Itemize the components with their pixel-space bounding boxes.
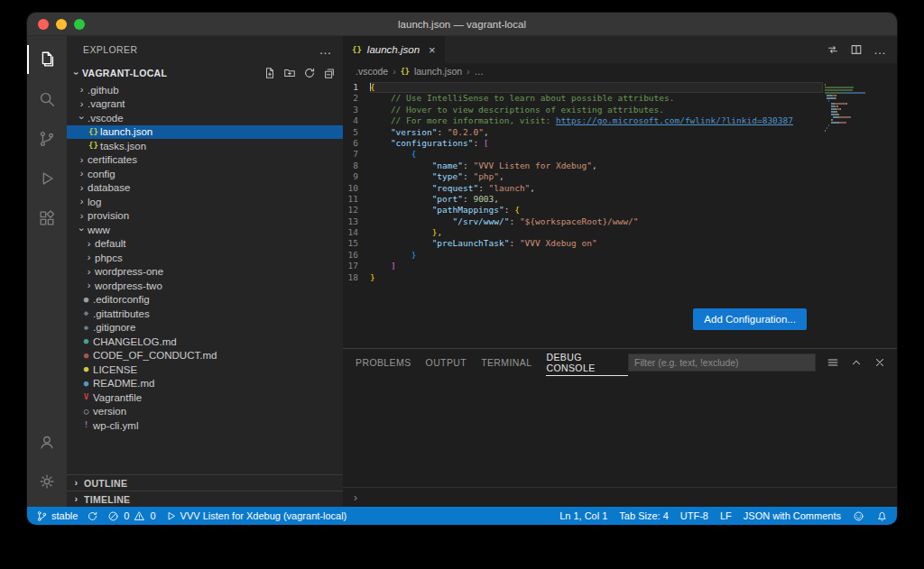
- breadcrumb-more[interactable]: …: [475, 66, 485, 77]
- conduct-file-icon: ●: [79, 351, 93, 361]
- tree-file-launch.json[interactable]: {}launch.json: [67, 125, 343, 140]
- code-line[interactable]: 13 "/srv/www/": "${workspaceRoot}/www/": [343, 216, 823, 227]
- tree-file-CODE_OF_CONDUCT.md[interactable]: ●CODE_OF_CONDUCT.md: [67, 349, 343, 363]
- tree-folder-wordpress-one[interactable]: ›wordpress-one: [67, 265, 343, 280]
- debug-filter-input[interactable]: [628, 353, 816, 372]
- line-number: 14: [343, 227, 370, 238]
- tree-folder-.vscode[interactable]: ›.vscode: [67, 111, 343, 125]
- code-line[interactable]: 5 "version": "0.2.0",: [343, 127, 823, 138]
- git-branch-status[interactable]: stable: [36, 510, 78, 522]
- code-line[interactable]: 14 },: [343, 227, 823, 238]
- refresh-icon[interactable]: [303, 67, 316, 79]
- code-line[interactable]: 3 // Hover to view descriptions of exist…: [343, 105, 823, 115]
- workspace-section-header[interactable]: › VAGRANT-LOCAL: [67, 63, 343, 83]
- tab-size-status[interactable]: Tab Size: 4: [619, 510, 668, 521]
- notifications-bell-icon[interactable]: [876, 510, 888, 522]
- tab-launch-json[interactable]: {} launch.json ×: [343, 36, 446, 63]
- cursor-position-status[interactable]: Ln 1, Col 1: [559, 510, 607, 521]
- code-line[interactable]: 12 "pathMappings": {: [343, 205, 823, 216]
- code-line[interactable]: 15 "preLaunchTask": "VVV Xdebug on": [343, 238, 823, 249]
- zoom-window-button[interactable]: [74, 19, 85, 30]
- tree-folder-certificates[interactable]: ›certificates: [67, 153, 343, 168]
- panel-menu-icon[interactable]: [827, 356, 839, 369]
- panel-close-icon[interactable]: [873, 356, 886, 369]
- breadcrumb-file[interactable]: launch.json: [414, 66, 462, 77]
- add-configuration-button[interactable]: Add Configuration...: [693, 308, 807, 330]
- activity-run-debug-button[interactable]: [27, 159, 67, 198]
- new-folder-icon[interactable]: [283, 67, 296, 79]
- debug-console-input[interactable]: ›: [343, 487, 897, 507]
- debug-launch-status[interactable]: VVV Listen for Xdebug (vagrant-local): [165, 510, 347, 522]
- panel-tab-problems[interactable]: PROBLEMS: [356, 349, 411, 376]
- panel-tab-output[interactable]: OUTPUT: [426, 349, 467, 376]
- code-editor[interactable]: 1{2 // Use IntelliSense to learn about p…: [343, 79, 897, 348]
- code-line[interactable]: 4 // For more information, visit: https:…: [343, 115, 823, 126]
- panel-tab-debug-console[interactable]: DEBUG CONSOLE: [546, 349, 628, 376]
- sync-status[interactable]: [87, 510, 98, 522]
- outline-section[interactable]: › OUTLINE: [67, 474, 343, 491]
- tree-file-wp-cli.yml[interactable]: !wp-cli.yml: [67, 418, 343, 433]
- tree-file-Vagrantfile[interactable]: VVagrantfile: [67, 390, 343, 405]
- code-line[interactable]: 1{: [343, 82, 823, 93]
- tree-folder-www[interactable]: ›www: [67, 223, 343, 237]
- tree-file-tasks.json[interactable]: {}tasks.json: [67, 139, 343, 153]
- tree-file-.editorconfig[interactable]: ●.editorconfig: [67, 293, 343, 307]
- tree-file-version[interactable]: ○version: [67, 405, 343, 419]
- tree-file-CHANGELOG.md[interactable]: ●CHANGELOG.md: [67, 335, 343, 349]
- source-control-icon: [37, 129, 57, 149]
- split-editor-icon[interactable]: [850, 43, 863, 56]
- tree-folder-log[interactable]: ›log: [67, 195, 343, 209]
- timeline-section[interactable]: › TIMELINE: [67, 491, 343, 507]
- tree-folder-.github[interactable]: ›.github: [67, 83, 343, 97]
- code-line[interactable]: 11 "port": 9003,: [343, 194, 823, 205]
- tree-folder-wordpress-two[interactable]: ›wordpress-two: [67, 279, 343, 293]
- tree-file-.gitignore[interactable]: ◆.gitignore: [67, 321, 343, 335]
- code-line[interactable]: 9 "type": "php",: [343, 171, 823, 182]
- tree-folder-database[interactable]: ›database: [67, 181, 343, 196]
- code-line[interactable]: 18}: [343, 272, 823, 283]
- tree-folder-provision[interactable]: ›provision: [67, 209, 343, 224]
- activity-extensions-button[interactable]: [27, 198, 67, 238]
- code-line[interactable]: 2 // Use IntelliSense to learn about pos…: [343, 93, 823, 104]
- new-file-icon[interactable]: [263, 67, 276, 79]
- line-number: 7: [343, 149, 370, 160]
- close-window-button[interactable]: [38, 19, 49, 30]
- tree-folder-phpcs[interactable]: ›phpcs: [67, 251, 343, 265]
- activity-explorer-button[interactable]: [27, 40, 67, 79]
- tree-file-README.md[interactable]: ●README.md: [67, 377, 343, 391]
- eol-status[interactable]: LF: [720, 510, 732, 521]
- chevron-right-icon: ›: [83, 239, 95, 249]
- settings-button[interactable]: [27, 462, 67, 501]
- language-mode-status[interactable]: JSON with Comments: [744, 510, 841, 521]
- tree-file-.gitattributes[interactable]: ◆.gitattributes: [67, 307, 343, 321]
- panel-maximize-icon[interactable]: [850, 356, 863, 369]
- line-content: "port": 9003,: [370, 194, 823, 205]
- accounts-button[interactable]: [27, 422, 67, 462]
- collapse-all-icon[interactable]: [323, 67, 336, 79]
- tree-folder-.vagrant[interactable]: ›.vagrant: [67, 97, 343, 112]
- code-line[interactable]: 10 "request": "launch",: [343, 183, 823, 194]
- tree-item-label: README.md: [93, 378, 154, 389]
- feedback-icon[interactable]: [853, 510, 864, 522]
- problems-status[interactable]: 0 0: [107, 510, 155, 522]
- code-line[interactable]: 16 }: [343, 250, 823, 261]
- activity-source-control-button[interactable]: [27, 119, 67, 159]
- editor-scrollbar[interactable]: [886, 79, 897, 348]
- panel-tab-terminal[interactable]: TERMINAL: [481, 349, 531, 376]
- open-changes-icon[interactable]: [827, 43, 839, 56]
- minimize-window-button[interactable]: [56, 19, 67, 30]
- close-tab-icon[interactable]: ×: [429, 43, 436, 57]
- code-line[interactable]: 8 "name": "VVV Listen for Xdebug",: [343, 161, 823, 171]
- tree-folder-config[interactable]: ›config: [67, 167, 343, 181]
- more-actions-icon[interactable]: …: [873, 42, 886, 57]
- tree-folder-default[interactable]: ›default: [67, 237, 343, 252]
- explorer-more-actions-icon[interactable]: …: [319, 45, 332, 54]
- activity-search-button[interactable]: [27, 79, 67, 119]
- code-line[interactable]: 7 {: [343, 149, 823, 160]
- minimap[interactable]: [823, 79, 886, 348]
- code-line[interactable]: 17 ]: [343, 261, 823, 271]
- breadcrumb-folder[interactable]: .vscode: [356, 66, 388, 77]
- code-line[interactable]: 6 "configurations": [: [343, 138, 823, 149]
- tree-file-LICENSE[interactable]: ●LICENSE: [67, 363, 343, 377]
- encoding-status[interactable]: UTF-8: [680, 510, 708, 521]
